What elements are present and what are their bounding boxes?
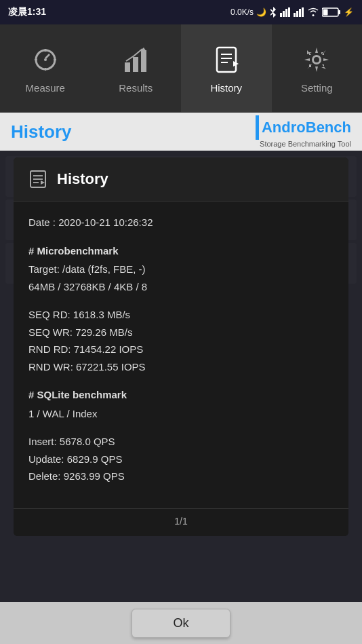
svg-rect-22 xyxy=(217,48,236,72)
rnd-rd: RND RD: 71454.22 IOPS xyxy=(28,341,334,358)
svg-rect-19 xyxy=(133,57,138,72)
microbenchmark-section: # Microbenchmark Target: /data (f2fs, FB… xyxy=(28,242,334,296)
size-line: 64MB / 32768KB / 4KB / 8 xyxy=(28,278,334,296)
history-modal: History Date : 2020-10-21 10:26:32 # Mic… xyxy=(14,157,348,536)
ok-container: Ok xyxy=(0,602,362,644)
moon-icon: 🌙 xyxy=(256,7,266,17)
svg-rect-2 xyxy=(285,9,287,17)
delete-result: Delete: 9263.99 QPS xyxy=(28,468,334,485)
microbenchmark-title: # Microbenchmark xyxy=(28,242,334,260)
ok-button[interactable]: Ok xyxy=(132,609,230,638)
status-time: 凌晨1:31 xyxy=(8,6,46,18)
sqlite-results-section: Insert: 5678.0 QPS Update: 6829.9 QPS De… xyxy=(28,433,334,485)
svg-line-17 xyxy=(45,54,49,58)
modal-header-icon xyxy=(27,168,49,190)
svg-rect-1 xyxy=(283,11,285,17)
rnd-wr: RND WR: 67221.55 IOPS xyxy=(28,358,334,376)
date-text: Date : 2020-10-21 10:26:32 xyxy=(28,216,153,228)
svg-rect-10 xyxy=(323,10,328,16)
tab-measure-label: Measure xyxy=(26,82,65,94)
page-header: History AndroBench Storage Benchmarking … xyxy=(0,113,362,151)
modal-header: History xyxy=(14,157,348,202)
brand-name: AndroBench xyxy=(262,119,351,136)
status-right: 0.0K/s 🌙 xyxy=(230,7,354,18)
svg-rect-20 xyxy=(141,50,146,72)
modal-body: Date : 2020-10-21 10:26:32 # Microbenchm… xyxy=(14,202,348,508)
svg-point-12 xyxy=(44,58,47,61)
network-speed: 0.0K/s xyxy=(230,7,254,17)
tab-history-label: History xyxy=(210,82,242,94)
tab-results-label: Results xyxy=(119,82,153,94)
svg-rect-3 xyxy=(288,7,290,17)
sqlite-title: # SQLite benchmark xyxy=(28,386,334,404)
svg-point-28 xyxy=(314,57,319,62)
sqlite-params: 1 / WAL / Index xyxy=(28,405,334,423)
tab-history[interactable]: History xyxy=(181,24,272,112)
measure-icon xyxy=(28,43,62,77)
benchmark-results-section: SEQ RD: 1618.3 MB/s SEQ WR: 729.26 MB/s … xyxy=(28,306,334,375)
svg-rect-7 xyxy=(302,7,304,17)
svg-rect-0 xyxy=(280,13,282,17)
main-content: ✓ 2020-10-21 10:26:32 ✓ ✓ xyxy=(0,151,362,644)
androbench-logo: AndroBench Storage Benchmarking Tool xyxy=(256,115,351,148)
modal-footer: 1/1 xyxy=(14,508,348,536)
svg-rect-4 xyxy=(294,13,296,17)
setting-icon xyxy=(300,43,334,77)
battery-indicator xyxy=(322,7,341,17)
insert-result: Insert: 5678.0 QPS xyxy=(28,433,334,451)
svg-rect-9 xyxy=(338,10,340,14)
update-result: Update: 6829.9 QPS xyxy=(28,451,334,468)
tab-bar: Measure Results History xyxy=(0,24,362,113)
wifi-icon xyxy=(307,7,319,17)
target-line: Target: /data (f2fs, FBE, -) xyxy=(28,261,334,278)
signal-icon-2 xyxy=(294,7,304,17)
tab-setting-label: Setting xyxy=(301,82,333,94)
seq-wr: SEQ WR: 729.26 MB/s xyxy=(28,324,334,341)
status-bar: 凌晨1:31 0.0K/s 🌙 xyxy=(0,0,362,24)
page-title: History xyxy=(11,121,72,143)
bluetooth-icon xyxy=(269,7,277,18)
logo-accent-bar xyxy=(256,115,259,140)
svg-rect-5 xyxy=(296,11,298,17)
date-line: Date : 2020-10-21 10:26:32 xyxy=(28,214,334,231)
tab-results[interactable]: Results xyxy=(91,24,182,112)
modal-title: History xyxy=(57,170,108,188)
tab-setting[interactable]: Setting xyxy=(272,24,363,112)
seq-rd: SEQ RD: 1618.3 MB/s xyxy=(28,306,334,324)
history-icon xyxy=(209,43,243,77)
svg-marker-33 xyxy=(41,181,45,185)
charging-icon: ⚡ xyxy=(344,7,354,17)
sqlite-section: # SQLite benchmark 1 / WAL / Index xyxy=(28,386,334,422)
tab-measure[interactable]: Measure xyxy=(0,24,91,112)
svg-rect-18 xyxy=(125,62,130,72)
page-indicator: 1/1 xyxy=(174,516,187,527)
results-icon xyxy=(119,43,153,77)
signal-icon-1 xyxy=(280,7,291,17)
brand-sub: Storage Benchmarking Tool xyxy=(260,140,351,148)
svg-rect-6 xyxy=(299,9,301,17)
